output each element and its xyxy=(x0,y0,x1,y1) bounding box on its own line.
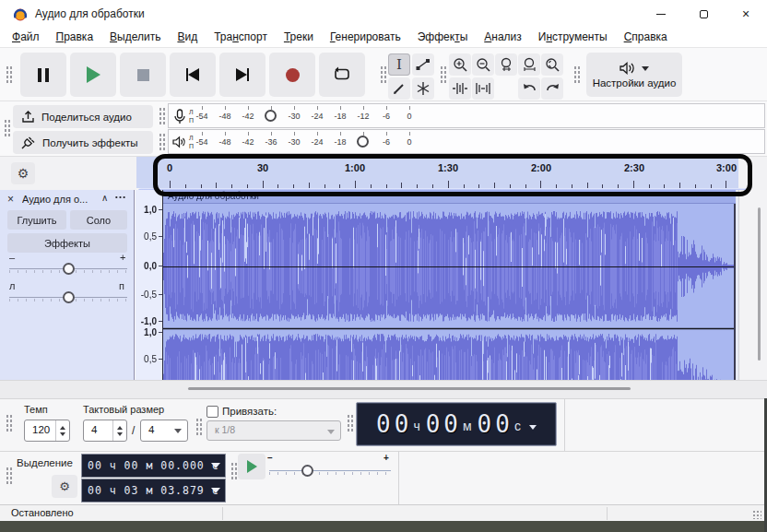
meter-tick xyxy=(294,132,295,136)
meter-scale-number: 0 xyxy=(398,112,420,121)
menu-item[interactable]: Транспорт xyxy=(206,28,276,47)
track-close-button[interactable]: × xyxy=(7,193,14,206)
horizontal-scrollbar-thumb[interactable] xyxy=(188,387,631,390)
share-audio-button[interactable]: Поделиться аудио xyxy=(13,105,153,128)
pause-button[interactable] xyxy=(20,53,66,97)
meter-tick xyxy=(340,132,341,136)
multi-tool-button[interactable] xyxy=(412,77,434,100)
redo-button[interactable] xyxy=(541,77,563,100)
meter-slider-knob[interactable] xyxy=(357,136,369,148)
edit-grip[interactable] xyxy=(440,65,446,85)
tempo-grip[interactable] xyxy=(6,413,12,433)
undo-button[interactable] xyxy=(518,77,540,100)
zoom-fit-button[interactable] xyxy=(518,53,540,76)
vertical-scrollbar-thumb[interactable] xyxy=(758,207,761,361)
skip-to-start-button[interactable] xyxy=(170,53,216,97)
snap-dropdown[interactable]: к 1/8 xyxy=(206,420,341,441)
track-collapse-button[interactable]: ∧ xyxy=(101,193,108,203)
vertical-scale-ruler[interactable]: 1,00,50,0-0,5-1,01,00,5 xyxy=(136,190,163,380)
draw-tool-button[interactable] xyxy=(388,77,410,100)
playback-meter[interactable]: Л П -54-48-42-36-30-24-18-60 xyxy=(168,129,765,154)
menu-item[interactable]: Анализ xyxy=(476,28,530,47)
waveform-area[interactable] xyxy=(163,204,736,380)
selection-grip[interactable] xyxy=(6,466,12,486)
menu-item[interactable]: Выделить xyxy=(101,28,169,47)
clip-menu-button[interactable]: … xyxy=(708,185,721,199)
silence-audio-button[interactable] xyxy=(472,77,494,100)
play-button[interactable] xyxy=(70,53,116,97)
close-button[interactable]: × xyxy=(725,0,767,28)
play-at-speed-button[interactable] xyxy=(238,454,266,479)
pan-slider-knob[interactable] xyxy=(63,291,75,303)
gain-slider-knob[interactable] xyxy=(63,263,75,275)
record-meter-grip[interactable] xyxy=(159,106,165,126)
share-grip[interactable] xyxy=(4,118,10,138)
trim-audio-button[interactable] xyxy=(449,77,471,100)
minimize-button[interactable] xyxy=(640,0,682,28)
ruler-tick xyxy=(263,181,264,188)
resize-grip[interactable] xyxy=(752,510,761,519)
get-effects-button[interactable]: Получить эффекты xyxy=(13,131,153,154)
record-meter[interactable]: Л П -54-48-42-30-24-18-12-60 xyxy=(168,103,765,128)
envelope-tool-button[interactable] xyxy=(412,53,434,76)
selection-tool-button[interactable]: I xyxy=(388,53,410,76)
speed-slider-knob[interactable] xyxy=(301,465,313,477)
tempo-spinner[interactable] xyxy=(55,420,69,441)
meter-scale-number: -42 xyxy=(237,112,259,121)
time-grip[interactable] xyxy=(347,413,353,433)
seconds-unit: с xyxy=(514,419,521,433)
time-signature-lower-dropdown[interactable]: 4 xyxy=(140,420,188,442)
speed-slider-track[interactable] xyxy=(269,470,391,471)
track-title[interactable]: Аудио для о... xyxy=(22,194,98,205)
zoom-toggle-button[interactable] xyxy=(541,53,563,76)
timeline-ruler[interactable]: 0301:001:302:002:303:00 xyxy=(136,157,738,188)
horizontal-scrollbar[interactable] xyxy=(0,380,767,398)
selection-options-button[interactable]: ⚙ xyxy=(52,475,77,498)
zoom-out-button[interactable] xyxy=(472,53,494,76)
vertical-scale-tick xyxy=(159,332,162,333)
play-speed-grip[interactable] xyxy=(230,461,237,481)
vertical-scrollbar[interactable] xyxy=(738,190,767,380)
menu-item[interactable]: Вид xyxy=(169,28,206,47)
selection-end-value: 00 ч 03 м 03.879 с xyxy=(88,484,219,497)
transport-grip[interactable] xyxy=(6,65,12,85)
selection-start-field[interactable]: 00 ч 00 м 00.000 с xyxy=(81,454,226,478)
time-signature-spinner[interactable] xyxy=(112,420,126,441)
menu-item[interactable]: Файл xyxy=(4,28,48,47)
tempo-input[interactable]: 120 xyxy=(24,420,70,442)
meter-tick xyxy=(317,106,318,110)
effects-button[interactable]: Эффекты xyxy=(7,233,127,253)
menu-item[interactable]: Эффекты xyxy=(409,28,477,47)
menu-item[interactable]: Генерировать xyxy=(322,28,409,47)
timeline-options-button[interactable]: ⚙ xyxy=(11,162,35,184)
stop-button[interactable] xyxy=(120,53,166,97)
audio-position-display[interactable]: 00ч 00м 00с xyxy=(356,402,557,446)
zoom-selection-button[interactable] xyxy=(495,53,517,76)
skip-to-end-button[interactable] xyxy=(219,53,266,97)
meter-slider-knob[interactable] xyxy=(265,110,277,122)
record-button[interactable] xyxy=(269,53,315,97)
menu-item[interactable]: Правка xyxy=(48,28,102,47)
maximize-button[interactable] xyxy=(682,0,725,28)
ruler-time-label: 2:00 xyxy=(521,162,561,173)
solo-button[interactable]: Соло xyxy=(70,210,127,230)
time-signature-upper-input[interactable]: 4 xyxy=(83,420,127,442)
zoom-in-button[interactable] xyxy=(449,53,471,76)
snap-grip[interactable] xyxy=(195,417,202,437)
track-menu-button[interactable]: … xyxy=(114,187,127,201)
menu-item[interactable]: Инструменты xyxy=(530,28,616,47)
audio-setup-grip[interactable] xyxy=(573,65,580,85)
time-signature-lower-value: 4 xyxy=(148,424,154,435)
menu-item[interactable]: Справка xyxy=(616,28,676,47)
zoom-fit-icon xyxy=(522,57,537,73)
chevron-down-icon xyxy=(529,425,537,430)
loop-button[interactable] xyxy=(319,53,365,97)
menu-item[interactable]: Треки xyxy=(276,28,322,47)
mute-button[interactable]: Глушить xyxy=(7,210,66,230)
snap-checkbox[interactable] xyxy=(206,406,218,418)
playback-meter-grip[interactable] xyxy=(159,132,165,152)
zoom-out-icon xyxy=(476,57,491,73)
tools-grip[interactable] xyxy=(380,65,386,85)
selection-end-field[interactable]: 00 ч 03 м 03.879 с xyxy=(81,479,226,502)
audio-setup-button[interactable]: Настройки аудио xyxy=(586,53,682,97)
